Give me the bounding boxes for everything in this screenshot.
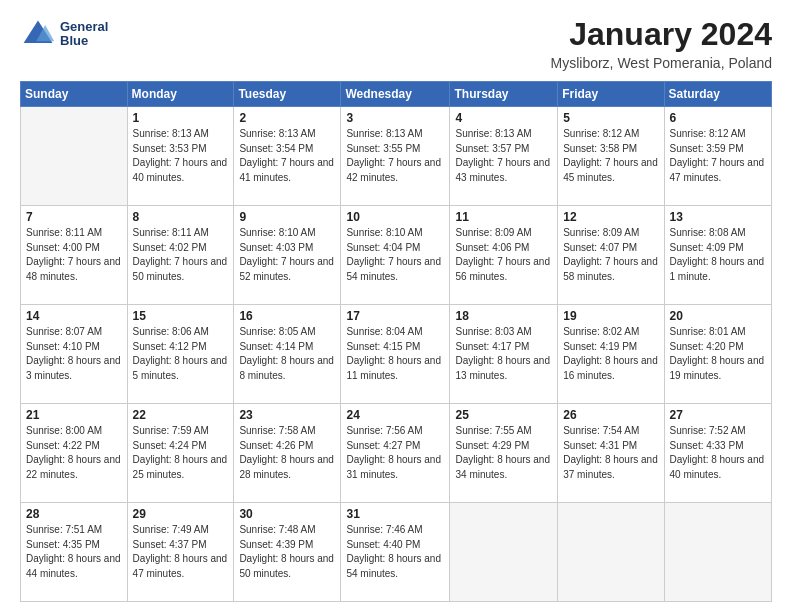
day-info: Sunrise: 7:56 AMSunset: 4:27 PMDaylight:…: [346, 424, 444, 482]
month-title: January 2024: [551, 16, 773, 53]
weekday-header-friday: Friday: [558, 82, 664, 107]
calendar-cell: 1Sunrise: 8:13 AMSunset: 3:53 PMDaylight…: [127, 107, 234, 206]
day-number: 24: [346, 408, 444, 422]
day-number: 10: [346, 210, 444, 224]
logo-icon: [20, 16, 56, 52]
week-row-4: 21Sunrise: 8:00 AMSunset: 4:22 PMDayligh…: [21, 404, 772, 503]
day-info: Sunrise: 8:13 AMSunset: 3:53 PMDaylight:…: [133, 127, 229, 185]
calendar-cell: 7Sunrise: 8:11 AMSunset: 4:00 PMDaylight…: [21, 206, 128, 305]
calendar-cell: 26Sunrise: 7:54 AMSunset: 4:31 PMDayligh…: [558, 404, 664, 503]
day-number: 17: [346, 309, 444, 323]
day-number: 23: [239, 408, 335, 422]
calendar-cell: 14Sunrise: 8:07 AMSunset: 4:10 PMDayligh…: [21, 305, 128, 404]
logo-line1: General: [60, 20, 108, 34]
calendar-cell: 13Sunrise: 8:08 AMSunset: 4:09 PMDayligh…: [664, 206, 771, 305]
day-number: 6: [670, 111, 766, 125]
day-number: 26: [563, 408, 658, 422]
calendar-cell: 28Sunrise: 7:51 AMSunset: 4:35 PMDayligh…: [21, 503, 128, 602]
calendar-cell: [664, 503, 771, 602]
logo-text: General Blue: [60, 20, 108, 49]
day-info: Sunrise: 7:52 AMSunset: 4:33 PMDaylight:…: [670, 424, 766, 482]
calendar-cell: 22Sunrise: 7:59 AMSunset: 4:24 PMDayligh…: [127, 404, 234, 503]
day-info: Sunrise: 8:13 AMSunset: 3:54 PMDaylight:…: [239, 127, 335, 185]
day-info: Sunrise: 8:06 AMSunset: 4:12 PMDaylight:…: [133, 325, 229, 383]
day-info: Sunrise: 7:54 AMSunset: 4:31 PMDaylight:…: [563, 424, 658, 482]
day-number: 29: [133, 507, 229, 521]
calendar-cell: [450, 503, 558, 602]
day-number: 19: [563, 309, 658, 323]
day-number: 28: [26, 507, 122, 521]
weekday-header-tuesday: Tuesday: [234, 82, 341, 107]
week-row-1: 1Sunrise: 8:13 AMSunset: 3:53 PMDaylight…: [21, 107, 772, 206]
day-info: Sunrise: 8:10 AMSunset: 4:04 PMDaylight:…: [346, 226, 444, 284]
calendar-cell: 3Sunrise: 8:13 AMSunset: 3:55 PMDaylight…: [341, 107, 450, 206]
day-number: 7: [26, 210, 122, 224]
weekday-header-sunday: Sunday: [21, 82, 128, 107]
logo: General Blue: [20, 16, 108, 52]
day-number: 27: [670, 408, 766, 422]
day-number: 4: [455, 111, 552, 125]
calendar-table: SundayMondayTuesdayWednesdayThursdayFrid…: [20, 81, 772, 602]
day-info: Sunrise: 8:13 AMSunset: 3:57 PMDaylight:…: [455, 127, 552, 185]
day-info: Sunrise: 7:46 AMSunset: 4:40 PMDaylight:…: [346, 523, 444, 581]
week-row-2: 7Sunrise: 8:11 AMSunset: 4:00 PMDaylight…: [21, 206, 772, 305]
week-row-5: 28Sunrise: 7:51 AMSunset: 4:35 PMDayligh…: [21, 503, 772, 602]
calendar-cell: 31Sunrise: 7:46 AMSunset: 4:40 PMDayligh…: [341, 503, 450, 602]
calendar-cell: 16Sunrise: 8:05 AMSunset: 4:14 PMDayligh…: [234, 305, 341, 404]
weekday-header-thursday: Thursday: [450, 82, 558, 107]
header: General Blue January 2024 Mysliborz, Wes…: [20, 16, 772, 71]
calendar-cell: 27Sunrise: 7:52 AMSunset: 4:33 PMDayligh…: [664, 404, 771, 503]
calendar-cell: [21, 107, 128, 206]
calendar-cell: 10Sunrise: 8:10 AMSunset: 4:04 PMDayligh…: [341, 206, 450, 305]
day-info: Sunrise: 8:01 AMSunset: 4:20 PMDaylight:…: [670, 325, 766, 383]
calendar-cell: 6Sunrise: 8:12 AMSunset: 3:59 PMDaylight…: [664, 107, 771, 206]
day-info: Sunrise: 7:59 AMSunset: 4:24 PMDaylight:…: [133, 424, 229, 482]
day-info: Sunrise: 8:08 AMSunset: 4:09 PMDaylight:…: [670, 226, 766, 284]
day-info: Sunrise: 7:58 AMSunset: 4:26 PMDaylight:…: [239, 424, 335, 482]
calendar-cell: 11Sunrise: 8:09 AMSunset: 4:06 PMDayligh…: [450, 206, 558, 305]
calendar-cell: 2Sunrise: 8:13 AMSunset: 3:54 PMDaylight…: [234, 107, 341, 206]
day-info: Sunrise: 7:48 AMSunset: 4:39 PMDaylight:…: [239, 523, 335, 581]
day-info: Sunrise: 8:09 AMSunset: 4:06 PMDaylight:…: [455, 226, 552, 284]
day-number: 8: [133, 210, 229, 224]
day-number: 2: [239, 111, 335, 125]
day-number: 1: [133, 111, 229, 125]
day-number: 30: [239, 507, 335, 521]
calendar-cell: 25Sunrise: 7:55 AMSunset: 4:29 PMDayligh…: [450, 404, 558, 503]
day-number: 14: [26, 309, 122, 323]
calendar-cell: [558, 503, 664, 602]
location: Mysliborz, West Pomerania, Poland: [551, 55, 773, 71]
day-number: 13: [670, 210, 766, 224]
calendar-cell: 17Sunrise: 8:04 AMSunset: 4:15 PMDayligh…: [341, 305, 450, 404]
weekday-header-monday: Monday: [127, 82, 234, 107]
day-number: 25: [455, 408, 552, 422]
day-number: 12: [563, 210, 658, 224]
calendar-cell: 19Sunrise: 8:02 AMSunset: 4:19 PMDayligh…: [558, 305, 664, 404]
day-info: Sunrise: 8:04 AMSunset: 4:15 PMDaylight:…: [346, 325, 444, 383]
day-info: Sunrise: 8:05 AMSunset: 4:14 PMDaylight:…: [239, 325, 335, 383]
calendar-cell: 5Sunrise: 8:12 AMSunset: 3:58 PMDaylight…: [558, 107, 664, 206]
day-info: Sunrise: 8:10 AMSunset: 4:03 PMDaylight:…: [239, 226, 335, 284]
day-number: 15: [133, 309, 229, 323]
calendar-cell: 20Sunrise: 8:01 AMSunset: 4:20 PMDayligh…: [664, 305, 771, 404]
day-number: 11: [455, 210, 552, 224]
day-info: Sunrise: 8:07 AMSunset: 4:10 PMDaylight:…: [26, 325, 122, 383]
day-number: 18: [455, 309, 552, 323]
weekday-header-wednesday: Wednesday: [341, 82, 450, 107]
day-number: 21: [26, 408, 122, 422]
day-info: Sunrise: 7:51 AMSunset: 4:35 PMDaylight:…: [26, 523, 122, 581]
calendar-cell: 21Sunrise: 8:00 AMSunset: 4:22 PMDayligh…: [21, 404, 128, 503]
calendar-cell: 29Sunrise: 7:49 AMSunset: 4:37 PMDayligh…: [127, 503, 234, 602]
week-row-3: 14Sunrise: 8:07 AMSunset: 4:10 PMDayligh…: [21, 305, 772, 404]
day-info: Sunrise: 7:49 AMSunset: 4:37 PMDaylight:…: [133, 523, 229, 581]
calendar-cell: 24Sunrise: 7:56 AMSunset: 4:27 PMDayligh…: [341, 404, 450, 503]
day-number: 9: [239, 210, 335, 224]
day-info: Sunrise: 7:55 AMSunset: 4:29 PMDaylight:…: [455, 424, 552, 482]
logo-line2: Blue: [60, 34, 108, 48]
day-info: Sunrise: 8:12 AMSunset: 3:59 PMDaylight:…: [670, 127, 766, 185]
day-info: Sunrise: 8:00 AMSunset: 4:22 PMDaylight:…: [26, 424, 122, 482]
calendar-cell: 15Sunrise: 8:06 AMSunset: 4:12 PMDayligh…: [127, 305, 234, 404]
day-number: 20: [670, 309, 766, 323]
day-number: 22: [133, 408, 229, 422]
calendar-cell: 12Sunrise: 8:09 AMSunset: 4:07 PMDayligh…: [558, 206, 664, 305]
